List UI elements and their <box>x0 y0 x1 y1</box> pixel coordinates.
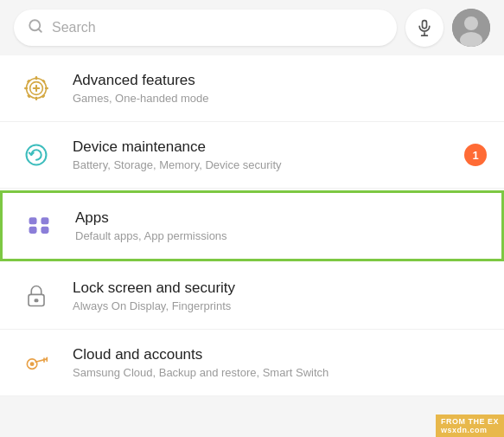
svg-rect-24 <box>41 227 48 234</box>
apps-text: Apps Default apps, App permissions <box>75 209 484 242</box>
watermark-subtext: wsxdn.com <box>441 426 488 434</box>
device-maintenance-badge: 1 <box>464 144 487 166</box>
svg-rect-13 <box>45 87 48 89</box>
svg-rect-23 <box>29 227 37 234</box>
settings-item-device-maintenance[interactable]: Device maintenance Battery, Storage, Mem… <box>0 122 504 189</box>
cloud-accounts-icon <box>21 347 52 378</box>
settings-item-cloud-accounts[interactable]: Cloud and accounts Samsung Cloud, Backup… <box>0 330 504 396</box>
watermark: FROM THE EX wsxdn.com <box>436 415 504 437</box>
header: Search <box>0 0 504 55</box>
svg-line-1 <box>38 29 41 31</box>
svg-point-20 <box>27 145 47 165</box>
device-maintenance-text: Device maintenance Battery, Storage, Mem… <box>73 138 447 171</box>
svg-rect-11 <box>35 97 37 100</box>
svg-point-28 <box>30 362 35 366</box>
apps-icon-container <box>20 207 58 245</box>
search-bar[interactable]: Search <box>14 10 397 46</box>
settings-item-lock-screen[interactable]: Lock screen and security Always On Displ… <box>0 263 504 330</box>
device-maintenance-icon-container <box>17 136 55 174</box>
cloud-accounts-subtitle: Samsung Cloud, Backup and restore, Smart… <box>73 366 487 379</box>
settings-item-advanced-features[interactable]: Advanced features Games, One-handed mode <box>0 55 504 122</box>
cloud-accounts-icon-container <box>17 344 55 382</box>
watermark-text: FROM THE EX <box>441 417 499 426</box>
search-icon <box>28 18 43 37</box>
svg-point-6 <box>464 16 478 30</box>
advanced-features-icon-container <box>17 69 55 107</box>
advanced-features-text: Advanced features Games, One-handed mode <box>73 72 487 105</box>
lock-screen-icon-container <box>17 277 55 315</box>
device-maintenance-subtitle: Battery, Storage, Memory, Device securit… <box>73 158 447 171</box>
mic-icon <box>416 19 433 36</box>
mic-button[interactable] <box>405 9 443 47</box>
svg-line-29 <box>35 359 47 362</box>
lock-screen-subtitle: Always On Display, Fingerprints <box>73 299 487 312</box>
settings-item-apps[interactable]: Apps Default apps, App permissions <box>0 190 504 261</box>
device-maintenance-icon <box>21 139 52 170</box>
avatar[interactable] <box>452 9 490 47</box>
apps-icon <box>23 210 54 241</box>
svg-rect-26 <box>35 299 39 302</box>
cloud-accounts-text: Cloud and accounts Samsung Cloud, Backup… <box>73 346 487 379</box>
cloud-accounts-title: Cloud and accounts <box>73 346 487 363</box>
advanced-features-subtitle: Games, One-handed mode <box>73 92 487 105</box>
apps-title: Apps <box>75 209 484 227</box>
device-maintenance-title: Device maintenance <box>73 138 447 156</box>
svg-rect-12 <box>24 87 28 89</box>
svg-rect-2 <box>423 21 427 29</box>
svg-rect-21 <box>29 217 37 224</box>
search-input-label: Search <box>52 20 96 35</box>
lock-screen-icon <box>21 280 52 312</box>
settings-list: Advanced features Games, One-handed mode… <box>0 55 504 396</box>
advanced-features-title: Advanced features <box>73 72 487 89</box>
advanced-features-icon <box>21 73 52 104</box>
apps-subtitle: Default apps, App permissions <box>75 229 484 242</box>
svg-rect-22 <box>41 217 48 224</box>
lock-screen-title: Lock screen and security <box>73 280 487 297</box>
lock-screen-text: Lock screen and security Always On Displ… <box>73 280 487 312</box>
svg-rect-10 <box>35 76 37 80</box>
svg-rect-17 <box>41 94 46 99</box>
svg-rect-16 <box>27 94 31 99</box>
